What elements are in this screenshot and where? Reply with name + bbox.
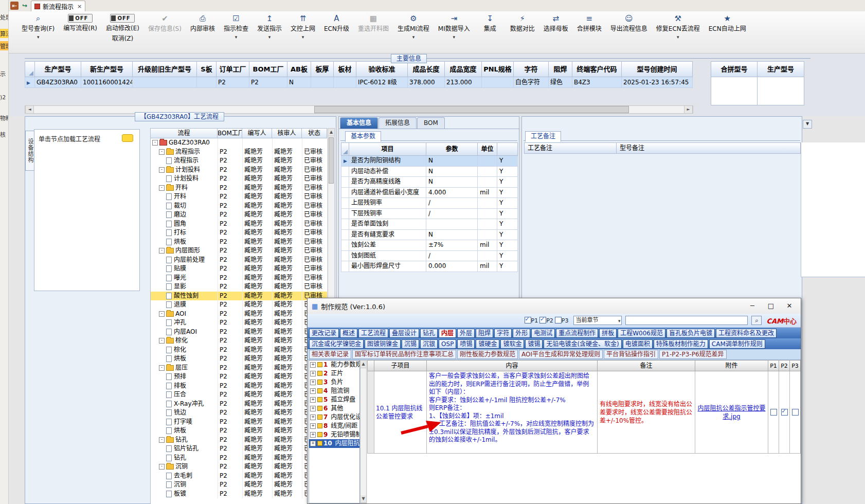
toolbar-button-doc-upload-web[interactable]: ⇈文控上网▾	[291, 14, 315, 40]
flow-tree-row[interactable]: 曝光P2臧艳芳臧艳芳已审核	[151, 274, 328, 283]
spec-tab-P1-P2-P3-P6规范差异[interactable]: P1-P2-P3-P6规范差异	[659, 350, 726, 359]
spec-tab-内层[interactable]: 内层	[439, 329, 456, 338]
expander-icon[interactable]: -	[159, 185, 165, 191]
spec-tab-国军标订单转民品制作注意事项汇总[interactable]: 国军标订单转民品制作注意事项汇总	[352, 350, 456, 359]
flow-tree-row[interactable]: 排板P2臧艳芳臧艳芳已审核	[151, 382, 328, 391]
params-row[interactable]: 下层残铜率/Y	[341, 209, 518, 220]
scrollbar-thumb[interactable]	[314, 106, 629, 113]
column-header[interactable]: 验收标准	[356, 61, 408, 77]
column-header[interactable]: 备注	[598, 360, 695, 371]
params-row[interactable]: 蚀刻公差±7%milY	[341, 240, 518, 251]
tab-close-icon[interactable]: ×	[77, 3, 82, 10]
spec-tab-电镀面积[interactable]: 电镀面积	[623, 339, 653, 349]
spec-tab-喷锡[interactable]: 喷锡	[457, 339, 475, 349]
spec-tab-更改记录[interactable]: 更改记录	[309, 329, 339, 338]
spec-tab-电测试[interactable]: 电测试	[531, 329, 555, 338]
toolbar-button-merge-module[interactable]: ≡合拼模块	[577, 14, 602, 32]
params-row[interactable]: 蚀刻图纸/Y	[341, 251, 518, 262]
minimize-icon[interactable]: ─	[743, 298, 762, 313]
flow-tree-row[interactable]: -棕化P2臧艳芳臧艳芳已审核	[151, 336, 328, 346]
spec-tab-特殊板材制作能力[interactable]: 特殊板材制作能力	[654, 339, 708, 349]
panel-dropdown-icon[interactable]: ▼	[803, 120, 812, 129]
spec-tab-镀锡[interactable]: 镀锡	[525, 339, 543, 349]
expander-icon[interactable]: +	[310, 406, 316, 411]
flow-tree-row[interactable]: 内层前处理P2臧艳芳臧艳芳已审核	[151, 256, 328, 265]
flow-tree-row[interactable]: -钻孔P2臧艳芳臧艳芳已审核	[151, 436, 328, 445]
flow-tree-row[interactable]: 烘板P2臧艳芳臧艳芳已审核	[151, 238, 328, 247]
horizontal-scrollbar[interactable]: ◄ ►	[25, 105, 693, 114]
rail-item[interactable]: 核	[0, 130, 8, 139]
column-header[interactable]: P2	[779, 360, 790, 371]
toolbar-button-repair-ecn-flow[interactable]: ⚒修复ECN丢流程▾	[656, 14, 700, 40]
flow-tree-row[interactable]: 沉铜P2臧艳芳臧艳芳已审核	[151, 480, 328, 490]
flow-tree-row[interactable]: 钻孔P2臧艳芳臧艳芳已审核	[151, 454, 328, 463]
scroll-down-icon[interactable]: ▼	[361, 495, 366, 503]
spec-tree-item[interactable]: +7 内层优化设	[309, 413, 359, 422]
flow-tree-row[interactable]: -内层图形P2臧艳芳臧艳芳已审核	[151, 246, 328, 256]
column-header[interactable]: 附件	[695, 360, 768, 371]
column-header[interactable]: 单位	[478, 142, 497, 156]
spec-tab-盲孔板负片电镀[interactable]: 盲孔板负片电镀	[666, 329, 715, 338]
flow-tree-row[interactable]: -GB4Z303RA0	[151, 138, 328, 148]
params-row[interactable]: 上层残铜率/Y	[341, 198, 518, 209]
column-header[interactable]: 生产型号	[758, 61, 804, 77]
params-row[interactable]: 最小圆形焊盘尺寸0.000milY	[341, 261, 518, 272]
chevron-down-icon[interactable]: ▾	[37, 34, 40, 40]
door-icon[interactable]: ⇤	[10, 2, 19, 10]
flow-tree-row[interactable]: 磨边P2臧艳芳臧艳芳已审核	[151, 210, 328, 220]
spec-data-row[interactable]: 10.1 内层阻抗线公差管控要求客户一般会要求蚀刻公差，当客户要求蚀刻公差超出附…	[367, 371, 801, 454]
chevron-down-icon[interactable]: ▾	[302, 34, 304, 40]
expander-icon[interactable]: +	[310, 380, 316, 385]
off-toggle[interactable]: OFF	[110, 14, 135, 23]
rail-item[interactable]: 物料	[0, 113, 8, 122]
spec-tree-item[interactable]: +4 阻流铜	[309, 387, 359, 395]
column-header[interactable]: 内容	[427, 360, 598, 371]
column-header[interactable]: 项目	[349, 142, 426, 156]
flow-tree-row[interactable]: 打标P2臧艳芳臧艳芳已审核	[151, 228, 328, 238]
chevron-down-icon[interactable]: ▾	[268, 34, 271, 40]
spec-tab-外层[interactable]: 外层	[457, 329, 475, 338]
tab-basic-params[interactable]: 基本参数	[345, 131, 381, 142]
flow-tree-row[interactable]: 酸性蚀刻P2臧艳芳臧艳芳已审核	[151, 292, 328, 301]
spec-tab-镀软金[interactable]: 镀软金	[500, 339, 524, 349]
flow-tree-row[interactable]: 烘板P2臧艳芳臧艳芳已审核	[151, 354, 328, 364]
expander-icon[interactable]: -	[159, 311, 165, 317]
expander-icon[interactable]: -	[159, 365, 165, 371]
flow-tree-row[interactable]: -计划投料P2臧艳芳臧艳芳已审核	[151, 166, 328, 175]
column-header[interactable]: 字符	[514, 61, 549, 77]
spec-tab-拼板[interactable]: 拼板	[599, 329, 617, 338]
flow-tree-row[interactable]: 棕化P2臧艳芳臧艳芳已审核	[151, 346, 328, 355]
column-header[interactable]: 流程	[150, 128, 218, 138]
column-header[interactable]: 子项目	[374, 360, 427, 371]
params-row[interactable]: 是否单面蚀刻Y	[341, 219, 518, 230]
spec-tab-镀硬金[interactable]: 镀硬金	[476, 339, 499, 349]
flow-tree-row[interactable]: 计划投料P2臧艳芳臧艳芳已审核	[151, 174, 328, 184]
checkbox-P1[interactable]	[525, 317, 531, 323]
column-header[interactable]: 编写人	[242, 128, 272, 138]
spec-tab-OSP[interactable]: OSP	[439, 339, 456, 349]
flow-tree-row[interactable]: -流程指示P2臧艳芳臧艳芳已审核	[151, 148, 328, 157]
flow-tree-row[interactable]: -开料P2臧艳芳臧艳芳已审核	[151, 184, 328, 193]
flow-tree-row[interactable]: 内层AOIP2臧艳芳臧艳芳已审核	[151, 328, 328, 337]
expander-icon[interactable]: +	[310, 441, 316, 446]
column-header[interactable]: 合拼型号	[711, 61, 758, 77]
spec-tab-工程W006规范[interactable]: 工程W006规范	[618, 329, 665, 338]
column-header[interactable]: AB板	[287, 61, 311, 77]
remark-textarea[interactable]	[801, 142, 865, 277]
expander-icon[interactable]: +	[310, 371, 316, 376]
toolbar-button-start-edit[interactable]: OFF启动修改(E)取消(Z)	[106, 14, 139, 42]
checkbox-p3[interactable]	[792, 409, 799, 416]
expander-icon[interactable]: +	[310, 362, 316, 368]
toolbar-button-select-mother-board[interactable]: ⇄选择母板	[544, 14, 568, 32]
flow-tree-row[interactable]: 裁切P2臧艳芳臧艳芳已审核	[151, 202, 328, 211]
expander-icon[interactable]: -	[159, 437, 165, 443]
column-header[interactable]: 板材	[334, 61, 356, 77]
flow-tree-row[interactable]: 开料P2臧艳芳臧艳芳已审核	[151, 192, 328, 202]
flow-tree-row[interactable]: 显影P2臧艳芳臧艳芳已审核	[151, 282, 328, 292]
tab-process-remarks[interactable]: 工艺备注	[525, 131, 561, 142]
spec-tab-重点流程制作[interactable]: 重点流程制作	[556, 329, 598, 338]
spec-tree-item[interactable]: +8 线宽/间距	[309, 422, 359, 430]
column-header[interactable]: PNL规格	[482, 61, 514, 77]
spec-tab-工程资料命名及更改[interactable]: 工程资料命名及更改	[716, 329, 777, 338]
scroll-up-icon[interactable]: ▲	[328, 129, 334, 136]
